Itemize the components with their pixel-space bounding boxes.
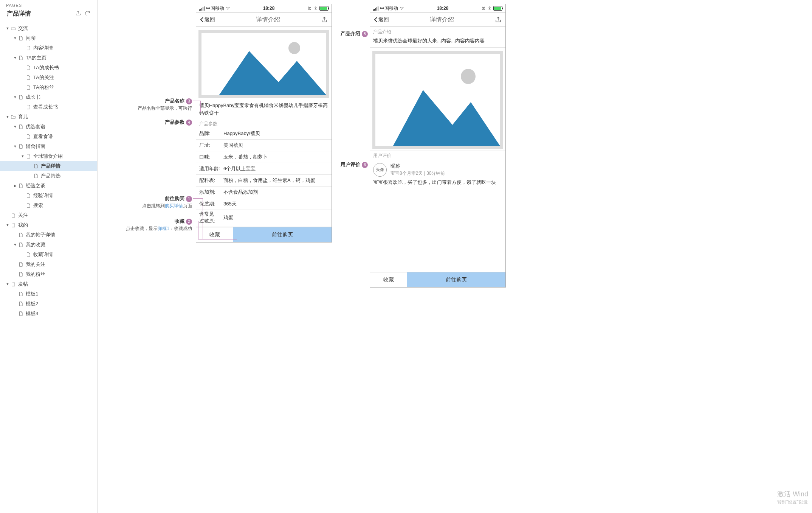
review-nickname: 昵称 — [391, 163, 445, 169]
page-icon — [11, 281, 16, 287]
tree-item[interactable]: ▼产品详情 — [0, 161, 97, 171]
tree-label: 产品详情 — [41, 163, 60, 169]
caret-icon[interactable]: ▼ — [20, 154, 25, 158]
tree-label: 发帖 — [18, 281, 28, 288]
caret-icon[interactable]: ▼ — [13, 125, 17, 129]
page-icon — [26, 154, 31, 159]
param-row-allergen: 含常见 过敏原: 鸡蛋 — [196, 210, 332, 227]
carrier-label: 中国移动 — [206, 5, 224, 12]
tree-item[interactable]: ▼收藏详情 — [0, 250, 97, 260]
alarm-icon — [481, 6, 486, 11]
tree-label: 优选食谱 — [26, 123, 45, 130]
tree-item[interactable]: ▼TA的关注 — [0, 73, 97, 82]
folder-icon — [11, 114, 16, 120]
tree-item[interactable]: ▼模板2 — [0, 299, 97, 309]
param-row: 厂址:美国禧贝 — [196, 140, 332, 151]
tree-label: 闲聊 — [26, 35, 36, 42]
section-params-label: 产品参数 — [196, 119, 332, 128]
annotation-3: 产品名称3 产品名称全部显示，可跨行 — [105, 98, 192, 112]
tree-item[interactable]: ▼辅食指南 — [0, 141, 97, 151]
tree-label: TA的关注 — [33, 74, 54, 81]
export-icon[interactable] — [75, 10, 81, 17]
param-row: 适用年龄:6个月以上宝宝 — [196, 163, 332, 175]
tree-item[interactable]: ▼TA的成长书 — [0, 63, 97, 73]
tree-item[interactable]: ▼查看成长书 — [0, 102, 97, 112]
tree-label: 我的收藏 — [26, 241, 45, 248]
sidebar: PAGES 产品详情 ▼交流▼闲聊▼内容详情▼TA的主页▼TA的成长书▼TA的关… — [0, 0, 98, 513]
page-icon — [11, 213, 16, 218]
caret-icon[interactable]: ▼ — [13, 56, 17, 60]
tree-item[interactable]: ▼育儿 — [0, 112, 97, 122]
caret-icon[interactable]: ▼ — [13, 95, 17, 99]
param-row: 品牌:HappyBaby/禧贝 — [196, 128, 332, 140]
tree-item[interactable]: ▼我的 — [0, 220, 97, 230]
tree-label: 模板1 — [26, 291, 38, 297]
caret-icon[interactable]: ▼ — [5, 26, 10, 30]
tree-item[interactable]: ▼TA的粉丝 — [0, 82, 97, 92]
status-bar: 中国移动 18:28 — [196, 4, 332, 12]
favorite-button[interactable]: 收藏 — [370, 272, 407, 287]
back-button[interactable]: 返回 — [374, 16, 389, 23]
tree-item[interactable]: ▼产品筛选 — [0, 171, 97, 181]
page-icon — [26, 252, 31, 257]
page-icon — [18, 144, 23, 149]
nav-title: 详情介绍 — [256, 16, 280, 24]
tree-item[interactable]: ▼模板1 — [0, 289, 97, 299]
tree-label: TA的成长书 — [33, 64, 59, 71]
tree-item[interactable]: ▼优选食谱 — [0, 122, 97, 132]
tree-label: TA的主页 — [26, 54, 46, 61]
tree-label: 关注 — [18, 212, 28, 219]
buy-button[interactable]: 前往购买 — [233, 227, 332, 242]
tree-item[interactable]: ▼我的关注 — [0, 260, 97, 269]
tree-item[interactable]: ▶经验之谈 — [0, 181, 97, 191]
tree-item[interactable]: ▼我的帖子详情 — [0, 230, 97, 240]
tree-item[interactable]: ▼交流 — [0, 23, 97, 33]
caret-icon[interactable]: ▶ — [13, 184, 17, 188]
tree-item[interactable]: ▼我的收藏 — [0, 240, 97, 250]
tree-item[interactable]: ▼经验详情 — [0, 191, 97, 201]
tree-label: 育儿 — [18, 113, 28, 120]
tree-label: 模板2 — [26, 300, 38, 307]
page-tree: ▼交流▼闲聊▼内容详情▼TA的主页▼TA的成长书▼TA的关注▼TA的粉丝▼成长书… — [0, 21, 97, 513]
bluetooth-icon — [313, 6, 318, 11]
tree-item[interactable]: ▼发帖 — [0, 279, 97, 289]
folder-icon — [11, 26, 16, 31]
time-label: 18:28 — [263, 6, 275, 11]
tree-item[interactable]: ▼模板3 — [0, 309, 97, 319]
caret-icon[interactable]: ▼ — [13, 243, 17, 247]
favorite-button[interactable]: 收藏 — [196, 227, 233, 242]
caret-icon[interactable]: ▼ — [5, 115, 10, 119]
caret-icon[interactable]: ▼ — [5, 223, 10, 227]
tree-item[interactable]: ▼成长书 — [0, 92, 97, 102]
tree-item[interactable]: ▼内容详情 — [0, 43, 97, 53]
tree-label: 经验详情 — [33, 192, 53, 199]
caret-icon[interactable]: ▼ — [13, 36, 17, 40]
caret-icon[interactable]: ▼ — [5, 282, 10, 286]
page-icon — [18, 55, 23, 61]
battery-icon — [493, 6, 502, 11]
tree-item[interactable]: ▼关注 — [0, 210, 97, 220]
tree-item[interactable]: ▼全球辅食介绍 — [0, 151, 97, 161]
product-image-placeholder — [372, 51, 503, 149]
tree-item[interactable]: ▼我的粉丝 — [0, 269, 97, 279]
wifi-icon — [400, 6, 404, 11]
tree-item[interactable]: ▼搜索 — [0, 201, 97, 210]
tree-item[interactable]: ▼TA的主页 — [0, 53, 97, 63]
back-button[interactable]: 返回 — [200, 16, 215, 23]
share-icon[interactable] — [495, 16, 502, 23]
refresh-icon[interactable] — [84, 10, 90, 17]
param-row: 添加剂:不含食品添加剂 — [196, 187, 332, 198]
svg-marker-3 — [201, 51, 326, 95]
tree-label: 交流 — [18, 25, 28, 32]
signal-icon — [373, 6, 378, 11]
buy-button[interactable]: 前往购买 — [407, 272, 505, 287]
bluetooth-icon — [487, 6, 492, 11]
page-icon — [18, 124, 23, 129]
share-icon[interactable] — [321, 16, 328, 23]
page-icon — [18, 272, 23, 277]
tree-item[interactable]: ▼查看食谱 — [0, 132, 97, 141]
page-icon — [11, 222, 16, 228]
tree-item[interactable]: ▼闲聊 — [0, 33, 97, 43]
page-icon — [33, 173, 39, 179]
caret-icon[interactable]: ▼ — [13, 145, 17, 148]
